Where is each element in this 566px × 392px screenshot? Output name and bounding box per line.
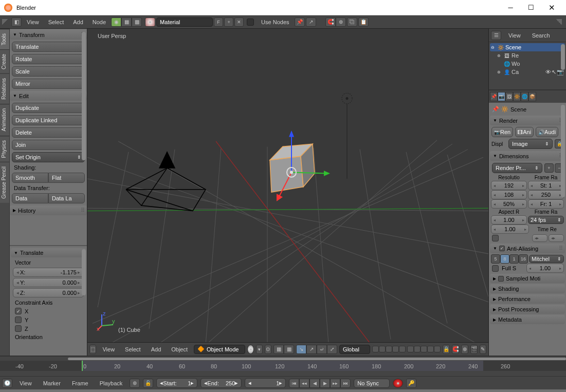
- layer-buttons[interactable]: [372, 346, 441, 352]
- menu-view[interactable]: View: [23, 19, 43, 25]
- editor-type-icon[interactable]: ◧: [11, 17, 22, 27]
- scene-tab-icon[interactable]: 🔆: [513, 92, 521, 101]
- time-new-field[interactable]: ◂▸: [549, 234, 564, 242]
- transform-orientation[interactable]: Global: [339, 345, 370, 354]
- rotate-button[interactable]: Rotate: [12, 54, 85, 64]
- preset-add-button[interactable]: +: [544, 163, 554, 173]
- menu-node[interactable]: Node: [88, 19, 110, 25]
- tl-menu-frame[interactable]: Frame: [68, 380, 93, 386]
- border-checkbox[interactable]: [492, 235, 499, 241]
- render-button[interactable]: 📷Ren: [491, 127, 513, 137]
- aa-8-button[interactable]: 8: [500, 254, 509, 264]
- area-corner-icon[interactable]: [2, 19, 8, 25]
- fake-user-button[interactable]: F: [214, 17, 223, 27]
- data-layout-button[interactable]: Data La: [48, 193, 85, 203]
- history-panel-header[interactable]: ▶History⠿: [10, 206, 87, 215]
- timeline-scrollbar[interactable]: [68, 358, 566, 360]
- gpencil-icon[interactable]: ✎: [480, 345, 486, 354]
- resolution-x-field[interactable]: ◂192▸: [491, 181, 527, 190]
- window-minimize-button[interactable]: ─: [500, 1, 521, 15]
- frame-end-field[interactable]: ◂End:250▸: [200, 378, 242, 388]
- tl-menu-view[interactable]: View: [15, 380, 36, 386]
- dimensions-panel-header[interactable]: ▼Dimensions⠿: [490, 151, 565, 161]
- set-origin-dropdown[interactable]: Set Origin: [12, 152, 85, 162]
- snap-icon[interactable]: 🧲: [325, 17, 336, 27]
- lock-range-icon[interactable]: 🔓: [143, 379, 153, 388]
- snap-element-icon[interactable]: ⊕: [461, 345, 468, 354]
- frame-start-field[interactable]: ◂Start:1▸: [156, 378, 197, 388]
- viewport-shading-icon[interactable]: ●: [247, 345, 254, 354]
- restrict-select-icon[interactable]: ↖: [552, 69, 556, 76]
- manipulator-scale-icon[interactable]: ⤢: [327, 345, 337, 354]
- translate-x-field[interactable]: ◂X:-1.175▸: [13, 268, 84, 277]
- vp-menu-add[interactable]: Add: [147, 346, 166, 352]
- range-icon[interactable]: ⊕: [130, 379, 140, 388]
- frame-end-field[interactable]: ◂250▸: [528, 190, 564, 199]
- aa-11-button[interactable]: 1: [509, 254, 519, 264]
- tab-physics[interactable]: Physics: [0, 136, 9, 162]
- vp-menu-view[interactable]: View: [98, 346, 119, 352]
- constraint-x-checkbox[interactable]: X: [11, 307, 86, 315]
- duplicate-linked-button[interactable]: Duplicate Linked: [12, 115, 85, 125]
- render-panel-header[interactable]: ▼Render⠿: [490, 116, 565, 125]
- frame-start-field[interactable]: ◂St: 1▸: [528, 181, 564, 190]
- outliner-world-row[interactable]: 🌐Wo: [490, 60, 565, 68]
- render-preview-icon[interactable]: 🎬: [470, 345, 478, 354]
- snap-toggle-icon[interactable]: 🧲: [452, 345, 459, 354]
- timeline-editor-icon[interactable]: 🕐: [2, 379, 12, 388]
- window-close-button[interactable]: ✕: [541, 1, 562, 15]
- object-tab-icon[interactable]: 📦: [528, 92, 536, 101]
- copy-nodes-icon[interactable]: ⿻: [347, 17, 357, 27]
- constraint-y-checkbox[interactable]: Y: [11, 315, 86, 324]
- pin-icon[interactable]: 📌: [295, 17, 305, 27]
- aspect-y-field[interactable]: ◂1.00▸: [491, 225, 529, 234]
- shading-panel-header[interactable]: ▶Shading: [490, 284, 565, 293]
- lock-camera-icon[interactable]: 🔒: [443, 345, 450, 354]
- shader-nodes-icon[interactable]: ◉: [111, 17, 121, 27]
- 3d-viewport[interactable]: User Persp (1) Cube z y x ⬚ View Select …: [87, 29, 489, 356]
- full-sample-checkbox[interactable]: [492, 265, 499, 272]
- autokey-record-icon[interactable]: ●: [393, 379, 403, 388]
- shade-smooth-button[interactable]: Smooth: [12, 173, 48, 183]
- sampled-motion-panel-header[interactable]: ▶Sampled Moti: [490, 274, 565, 283]
- translate-z-field[interactable]: ◂Z:0.000▸: [13, 288, 84, 297]
- area-corner-icon[interactable]: [556, 19, 562, 25]
- jump-start-button[interactable]: ⏮: [289, 379, 299, 388]
- render-anim-button[interactable]: 🎞Ani: [515, 127, 534, 137]
- tab-relations[interactable]: Relations: [0, 73, 9, 104]
- mode-selector[interactable]: 🔶 Object Mode: [194, 345, 245, 354]
- delete-button[interactable]: Delete: [12, 127, 85, 138]
- postproc-panel-header[interactable]: ▶Post Processing: [490, 305, 565, 314]
- play-button[interactable]: ▶: [320, 379, 330, 388]
- shade-flat-button[interactable]: Flat: [48, 173, 85, 183]
- manipulator-translate-icon[interactable]: ↗: [306, 345, 317, 354]
- aa-5-button[interactable]: 5: [491, 254, 500, 264]
- add-material-button[interactable]: +: [224, 17, 233, 27]
- world-tab-icon[interactable]: 🌐: [521, 92, 528, 101]
- vp-menu-select[interactable]: Select: [121, 346, 145, 352]
- toolshelf-scrollbar[interactable]: [82, 32, 86, 160]
- editor-type-3dview-icon[interactable]: ⬚: [89, 345, 96, 354]
- translate-y-field[interactable]: ◂Y:0.000▸: [13, 278, 84, 287]
- outliner-scene-row[interactable]: ⊖🔆Scene: [490, 43, 565, 51]
- tl-menu-marker[interactable]: Marker: [39, 380, 65, 386]
- keyframe-prev-button[interactable]: ◂◂: [299, 379, 309, 388]
- renderlayer-tab-icon[interactable]: 🖼: [505, 92, 513, 101]
- play-reverse-button[interactable]: ◀: [309, 379, 320, 388]
- pin-icon[interactable]: 📌: [492, 106, 499, 113]
- edit-panel-header[interactable]: ▼Edit⠿: [10, 91, 87, 101]
- material-name-field[interactable]: Material: [156, 17, 213, 27]
- tab-create[interactable]: Create: [0, 49, 9, 73]
- aa-16-button[interactable]: 16: [519, 254, 528, 264]
- transform-panel-header[interactable]: ▼Transform⠿: [10, 30, 87, 40]
- window-maximize-button[interactable]: ☐: [521, 1, 541, 15]
- operator-scrollbar[interactable]: [82, 249, 86, 295]
- paste-nodes-icon[interactable]: 📋: [358, 17, 369, 27]
- use-nodes-checkbox[interactable]: [247, 18, 254, 26]
- shading-dropdown-icon[interactable]: ▾: [256, 345, 262, 354]
- aa-panel-header[interactable]: ▼✓Anti-Aliasing⠿: [490, 244, 565, 253]
- manipulator-toggle-icon[interactable]: ↘: [296, 345, 306, 354]
- menu-select[interactable]: Select: [44, 19, 68, 25]
- keying-set-icon[interactable]: 🔑: [406, 379, 416, 388]
- aspect-x-field[interactable]: ◂1.00▸: [491, 215, 527, 225]
